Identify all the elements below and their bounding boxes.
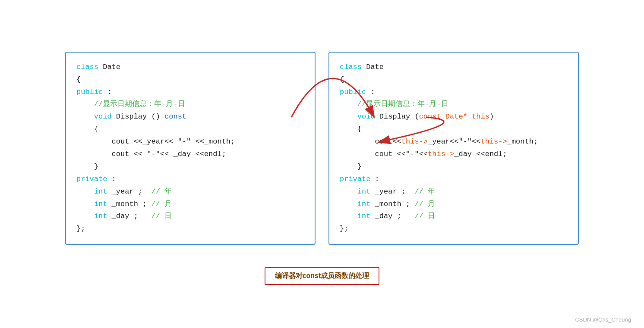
right-code-box: class Date { public : //显示日期信息：年-月-日 voi… [328,52,579,245]
code-line-r12: int _day ; // 日 [340,210,568,223]
code-line-r4: void Display (const Date* this) [340,111,568,123]
code-line-r0: class Date [340,61,568,74]
code-line-l9: private : [76,173,304,186]
watermark: CSDN @Cris_Cheung [575,316,631,323]
code-line-l7: cout << "-"<< _day <<endl; [76,148,304,161]
code-line-l1: { [76,74,304,86]
code-line-l3: //显示日期信息：年-月-日 [76,98,304,111]
code-line-r9: private : [340,173,568,186]
code-line-r8: } [340,161,568,173]
left-code-box: class Date { public : //显示日期信息：年-月-日 voi… [65,52,316,245]
code-line-l11: int _month ; // 月 [76,198,304,211]
compiler-label: 编译器对const成员函数的处理 [265,267,380,285]
code-line-r2: public : [340,86,568,99]
code-line-l10: int _year ; // 年 [76,186,304,198]
code-line-r10: int _year ; // 年 [340,186,568,198]
code-line-r3: //显示日期信息：年-月-日 [340,98,568,111]
code-line-r5: { [340,123,568,136]
code-line-r7: cout <<"-"<<this->_day <<endl; [340,148,568,161]
code-line-l13: }; [76,223,304,235]
code-line-l6: cout <<_year<< "-" <<_month; [76,136,304,148]
code-line-l0: class Date [76,61,304,74]
code-line-l4: void Display () const [76,111,304,123]
code-line-l12: int _day ; // 日 [76,210,304,223]
code-line-r1: { [340,74,568,86]
bottom-label-container: 编译器对const成员函数的处理 [265,259,380,285]
code-line-r13: }; [340,223,568,235]
code-line-r11: int _month ; // 月 [340,198,568,211]
code-line-l5: { [76,123,304,136]
code-line-l2: public : [76,86,304,99]
code-line-l8: } [76,161,304,173]
code-line-r6: cout<<this->_year<<"-"<<this->_month; [340,136,568,148]
